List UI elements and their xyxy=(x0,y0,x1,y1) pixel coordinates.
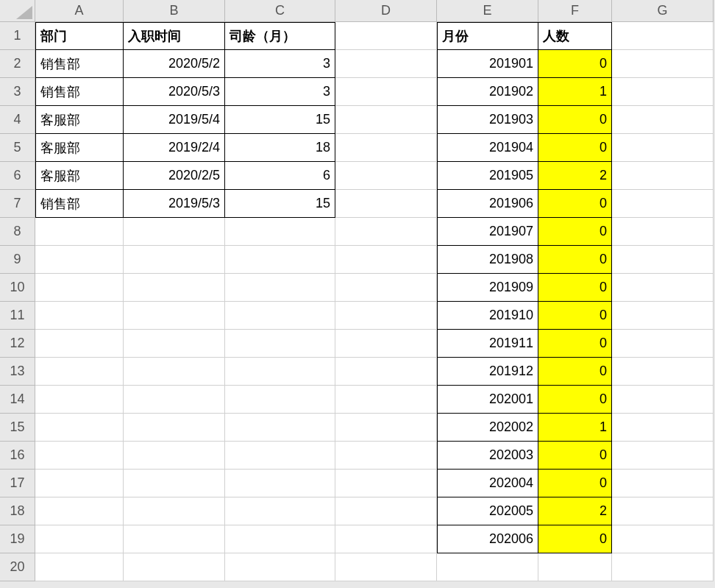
cell-G11[interactable] xyxy=(612,302,714,330)
cell-C13[interactable] xyxy=(225,358,335,386)
cell-F5[interactable]: 0 xyxy=(538,134,612,162)
cell-E7[interactable]: 201906 xyxy=(437,190,538,218)
col-header-G[interactable]: G xyxy=(612,0,714,22)
cell-E20[interactable] xyxy=(437,553,538,581)
cell-D5[interactable] xyxy=(335,134,437,162)
cell-F14[interactable]: 0 xyxy=(538,386,612,414)
cell-G5[interactable] xyxy=(612,134,714,162)
cell-C9[interactable] xyxy=(225,246,335,274)
cell-E14[interactable]: 202001 xyxy=(437,386,538,414)
cell-F11[interactable]: 0 xyxy=(538,302,612,330)
cell-A15[interactable] xyxy=(35,414,124,442)
cell-G1[interactable] xyxy=(612,22,714,50)
cell-G19[interactable] xyxy=(612,525,714,553)
cell-F16[interactable]: 0 xyxy=(538,442,612,470)
cell-C17[interactable] xyxy=(225,470,335,497)
cell-B19[interactable] xyxy=(124,525,225,553)
row-header-6[interactable]: 6 xyxy=(0,162,35,190)
cell-D2[interactable] xyxy=(335,50,437,78)
cell-G17[interactable] xyxy=(612,470,714,497)
cell-G14[interactable] xyxy=(612,386,714,414)
row-header-4[interactable]: 4 xyxy=(0,106,35,134)
cell-G3[interactable] xyxy=(612,78,714,106)
cell-D10[interactable] xyxy=(335,274,437,302)
cell-F20[interactable] xyxy=(538,553,612,581)
col-header-B[interactable]: B xyxy=(124,0,225,22)
cell-B11[interactable] xyxy=(124,302,225,330)
cell-B16[interactable] xyxy=(124,442,225,470)
cell-D11[interactable] xyxy=(335,302,437,330)
cell-B10[interactable] xyxy=(124,274,225,302)
cell-F15[interactable]: 1 xyxy=(538,414,612,442)
cell-D17[interactable] xyxy=(335,470,437,497)
spreadsheet[interactable]: A B C D E F G 1 部门 入职时间 司龄（月） 月份 人数 2 销售… xyxy=(0,0,714,581)
cell-E3[interactable]: 201902 xyxy=(437,78,538,106)
select-all-corner[interactable] xyxy=(0,0,35,22)
cell-A18[interactable] xyxy=(35,497,124,525)
cell-A17[interactable] xyxy=(35,470,124,497)
cell-C6[interactable]: 6 xyxy=(225,162,335,190)
cell-B5[interactable]: 2019/2/4 xyxy=(124,134,225,162)
cell-A16[interactable] xyxy=(35,442,124,470)
row-header-9[interactable]: 9 xyxy=(0,246,35,274)
cell-F2[interactable]: 0 xyxy=(538,50,612,78)
cell-A2[interactable]: 销售部 xyxy=(35,50,124,78)
cell-E18[interactable]: 202005 xyxy=(437,497,538,525)
row-header-15[interactable]: 15 xyxy=(0,414,35,442)
cell-C1[interactable]: 司龄（月） xyxy=(225,22,335,50)
row-header-12[interactable]: 12 xyxy=(0,330,35,358)
cell-C14[interactable] xyxy=(225,386,335,414)
cell-G16[interactable] xyxy=(612,442,714,470)
cell-F8[interactable]: 0 xyxy=(538,218,612,246)
cell-D8[interactable] xyxy=(335,218,437,246)
cell-D6[interactable] xyxy=(335,162,437,190)
cell-B13[interactable] xyxy=(124,358,225,386)
cell-B6[interactable]: 2020/2/5 xyxy=(124,162,225,190)
cell-D20[interactable] xyxy=(335,553,437,581)
cell-A9[interactable] xyxy=(35,246,124,274)
cell-F9[interactable]: 0 xyxy=(538,246,612,274)
cell-G13[interactable] xyxy=(612,358,714,386)
cell-B8[interactable] xyxy=(124,218,225,246)
col-header-F[interactable]: F xyxy=(538,0,612,22)
cell-B14[interactable] xyxy=(124,386,225,414)
cell-E9[interactable]: 201908 xyxy=(437,246,538,274)
cell-F4[interactable]: 0 xyxy=(538,106,612,134)
cell-E1[interactable]: 月份 xyxy=(437,22,538,50)
cell-B1[interactable]: 入职时间 xyxy=(124,22,225,50)
cell-D13[interactable] xyxy=(335,358,437,386)
cell-A20[interactable] xyxy=(35,553,124,581)
cell-B9[interactable] xyxy=(124,246,225,274)
cell-F12[interactable]: 0 xyxy=(538,330,612,358)
cell-G15[interactable] xyxy=(612,414,714,442)
cell-G10[interactable] xyxy=(612,274,714,302)
cell-E5[interactable]: 201904 xyxy=(437,134,538,162)
cell-A5[interactable]: 客服部 xyxy=(35,134,124,162)
cell-C3[interactable]: 3 xyxy=(225,78,335,106)
cell-C19[interactable] xyxy=(225,525,335,553)
cell-C18[interactable] xyxy=(225,497,335,525)
cell-F6[interactable]: 2 xyxy=(538,162,612,190)
row-header-5[interactable]: 5 xyxy=(0,134,35,162)
cell-G20[interactable] xyxy=(612,553,714,581)
cell-G12[interactable] xyxy=(612,330,714,358)
cell-F18[interactable]: 2 xyxy=(538,497,612,525)
cell-E11[interactable]: 201910 xyxy=(437,302,538,330)
row-header-17[interactable]: 17 xyxy=(0,470,35,497)
cell-A3[interactable]: 销售部 xyxy=(35,78,124,106)
cell-A14[interactable] xyxy=(35,386,124,414)
cell-D3[interactable] xyxy=(335,78,437,106)
cell-C8[interactable] xyxy=(225,218,335,246)
row-header-1[interactable]: 1 xyxy=(0,22,35,50)
cell-B4[interactable]: 2019/5/4 xyxy=(124,106,225,134)
cell-G4[interactable] xyxy=(612,106,714,134)
cell-A13[interactable] xyxy=(35,358,124,386)
cell-E8[interactable]: 201907 xyxy=(437,218,538,246)
cell-B20[interactable] xyxy=(124,553,225,581)
cell-B7[interactable]: 2019/5/3 xyxy=(124,190,225,218)
cell-D19[interactable] xyxy=(335,525,437,553)
cell-B15[interactable] xyxy=(124,414,225,442)
row-header-3[interactable]: 3 xyxy=(0,78,35,106)
cell-A6[interactable]: 客服部 xyxy=(35,162,124,190)
cell-B17[interactable] xyxy=(124,470,225,497)
